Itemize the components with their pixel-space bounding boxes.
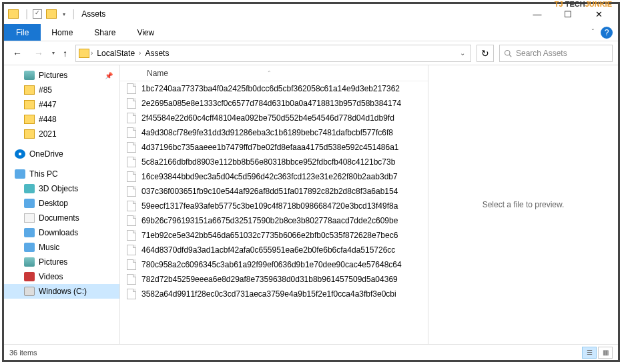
file-icon	[127, 274, 136, 285]
tab-share[interactable]: Share	[83, 24, 126, 41]
column-name[interactable]: Name	[147, 69, 168, 78]
file-row[interactable]: 1bc7240aa77373ba4f0a2425fb0dcc6d5cbf3620…	[120, 81, 428, 96]
file-icon	[127, 259, 136, 270]
address-bar[interactable]: › LocalState › Assets ⌄	[75, 45, 471, 62]
sidebar-item-videos[interactable]: Videos	[4, 269, 119, 284]
chevron-right-icon[interactable]: ›	[91, 49, 93, 57]
ribbon-tabs: File Home Share View ˇ ?	[4, 24, 618, 41]
item-count: 36 items	[9, 349, 37, 357]
file-row[interactable]: 16ce93844bbd9ec3a5d04c5d596d42c363fcd123…	[120, 169, 428, 184]
file-icon	[127, 245, 136, 255]
sidebar-item-documents[interactable]: Documents	[4, 211, 119, 225]
thispc-icon	[15, 169, 25, 179]
column-headers[interactable]: Name ⌃	[120, 65, 428, 81]
qat-dropdown-icon[interactable]: ▾	[63, 11, 65, 17]
search-input[interactable]: Search Assets	[499, 45, 613, 62]
sidebar-item-folder[interactable]: 2021	[4, 127, 119, 141]
folder-icon	[24, 100, 35, 109]
breadcrumb-item[interactable]: Assets	[142, 49, 172, 58]
search-icon	[504, 49, 512, 57]
preview-pane: Select a file to preview.	[428, 65, 618, 344]
file-icon	[127, 157, 136, 167]
sidebar-item-desktop[interactable]: Desktop	[4, 196, 119, 211]
help-button[interactable]: ?	[601, 27, 613, 39]
tab-file[interactable]: File	[4, 24, 41, 41]
folder-icon	[24, 129, 35, 139]
up-button[interactable]: ↑	[60, 48, 70, 59]
sidebar-item-onedrive[interactable]: OneDrive	[4, 147, 119, 161]
sidebar-item-folder[interactable]: #85	[4, 83, 119, 97]
sidebar-item-folder[interactable]: #448	[4, 112, 119, 127]
file-row[interactable]: 037c36f003651fb9c10e544af926af8dd51fa017…	[120, 184, 428, 199]
music-icon	[24, 243, 35, 252]
file-row[interactable]: 4d37196bc735aaeee1b7479ffd7be02fd8efaaa4…	[120, 140, 428, 155]
file-row[interactable]: 2e2695a085e8e1333cf0c6577d784d631b0a0a47…	[120, 96, 428, 111]
onedrive-icon	[15, 149, 25, 159]
file-row[interactable]: 4a9d308cf78e9fe31dd3d91286eba3c1b6189beb…	[120, 125, 428, 140]
file-icon	[127, 215, 136, 226]
qat-newfolder-icon[interactable]	[46, 9, 57, 19]
sidebar-item-pictures[interactable]: Pictures📌	[4, 68, 119, 83]
file-row[interactable]: 71eb92ce5e342bb546da651032c7735b6066e2bf…	[120, 228, 428, 243]
file-rows-container[interactable]: 1bc7240aa77373ba4f0a2425fb0dcc6d5cbf3620…	[120, 81, 428, 344]
chevron-right-icon[interactable]: ›	[139, 49, 141, 57]
navigation-bar: ← → ▾ ↑ › LocalState › Assets ⌄ ↻ Search…	[4, 41, 618, 65]
sidebar-item-downloads[interactable]: Downloads	[4, 225, 119, 240]
separator: |	[25, 8, 28, 20]
video-icon	[24, 272, 35, 281]
qat-properties-icon[interactable]	[33, 9, 42, 19]
details-view-button[interactable]: ☰	[582, 347, 597, 359]
file-icon	[127, 201, 136, 211]
file-icon	[127, 113, 136, 123]
file-icon	[127, 186, 136, 197]
folder-icon	[79, 49, 89, 58]
pictures-icon	[24, 257, 35, 267]
history-dropdown-icon[interactable]: ▾	[52, 50, 55, 56]
file-icon	[127, 142, 136, 153]
file-row[interactable]: 2f45584e22d60c4cff48104ea092be750d552b4e…	[120, 111, 428, 125]
forward-button[interactable]: →	[31, 45, 47, 61]
svg-point-0	[505, 50, 511, 55]
file-icon	[127, 171, 136, 182]
file-row[interactable]: 59eecf1317fea93afeb5775c3be109c4f8718b09…	[120, 199, 428, 213]
file-row[interactable]: 782d72b45259eeea6e8d29af8e7359638d0d31b8…	[120, 272, 428, 287]
sidebar-item-thispc[interactable]: This PC	[4, 167, 119, 181]
sidebar-item-3dobjects[interactable]: 3D Objects	[4, 181, 119, 196]
back-button[interactable]: ←	[9, 45, 25, 61]
drive-icon	[24, 287, 35, 296]
search-placeholder: Search Assets	[516, 49, 567, 58]
downloads-icon	[24, 228, 35, 237]
navigation-pane[interactable]: Pictures📌 #85 #447 #448 2021 OneDrive Th…	[4, 65, 120, 344]
file-icon	[127, 289, 136, 299]
file-list: Name ⌃ 1bc7240aa77373ba4f0a2425fb0dcc6d5…	[120, 65, 428, 344]
3dobjects-icon	[24, 184, 35, 193]
desktop-icon	[24, 199, 35, 208]
thumbnails-view-button[interactable]: ▦	[598, 347, 613, 359]
pictures-icon	[24, 71, 35, 80]
minimize-button[interactable]: —	[522, 4, 553, 24]
sidebar-item-music[interactable]: Music	[4, 240, 119, 255]
ribbon-expand-icon[interactable]: ˇ	[592, 29, 594, 36]
file-row[interactable]: 464d8370dfd9a3ad1acbf42afa0c655951ea6e2b…	[120, 243, 428, 257]
sidebar-item-folder[interactable]: #447	[4, 97, 119, 112]
file-row[interactable]: 69b26c796193151a6675d32517590b2b8ce3b802…	[120, 213, 428, 228]
titlebar: | ▾ | Assets — ☐ ✕	[4, 4, 618, 24]
content-area: Pictures📌 #85 #447 #448 2021 OneDrive Th…	[4, 65, 618, 344]
file-icon	[127, 83, 136, 94]
file-row[interactable]: 780c958a2c6096345c3ab61a92f99ef0636d9b1e…	[120, 257, 428, 272]
file-row[interactable]: 5c8a2166dbfbd8903e112bb8b56e80318bbce952…	[120, 155, 428, 169]
refresh-button[interactable]: ↻	[477, 45, 494, 62]
file-icon	[127, 98, 136, 109]
file-row[interactable]: 3582a64d9911f28ec0c3cd731aeca3759e4a9b15…	[120, 287, 428, 301]
documents-icon	[24, 213, 35, 223]
sidebar-item-drive-c[interactable]: Windows (C:)	[4, 284, 119, 299]
folder-icon	[24, 85, 35, 95]
sidebar-item-pictures-lib[interactable]: Pictures	[4, 255, 119, 269]
pin-icon: 📌	[105, 72, 113, 79]
separator: |	[72, 8, 75, 20]
tab-view[interactable]: View	[126, 24, 165, 41]
tab-home[interactable]: Home	[41, 24, 83, 41]
address-dropdown-icon[interactable]: ⌄	[457, 49, 468, 57]
svg-line-1	[509, 55, 511, 57]
breadcrumb-item[interactable]: LocalState	[94, 49, 137, 58]
